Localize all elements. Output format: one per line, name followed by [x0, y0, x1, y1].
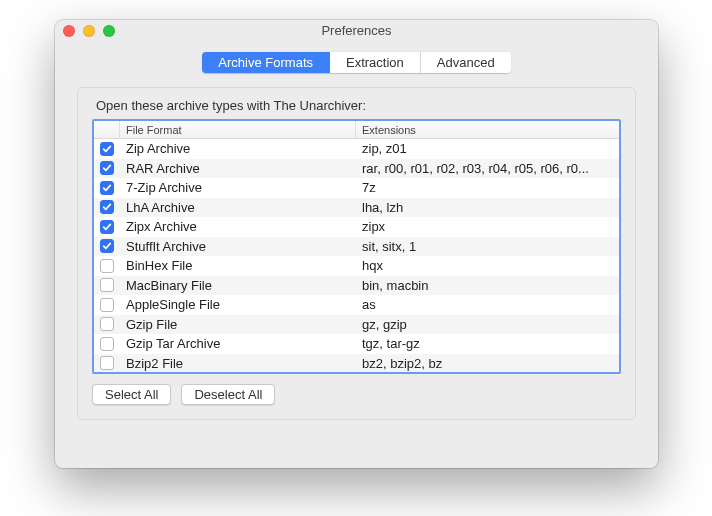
format-checkbox[interactable]: [100, 337, 114, 351]
table-row[interactable]: Zip Archivezip, z01: [94, 139, 619, 159]
row-checkbox-cell: [94, 200, 120, 214]
table-row[interactable]: StuffIt Archivesit, sitx, 1: [94, 237, 619, 257]
deselect-all-button[interactable]: Deselect All: [181, 384, 275, 405]
row-checkbox-cell: [94, 161, 120, 175]
header-file-format[interactable]: File Format: [120, 121, 356, 138]
format-checkbox[interactable]: [100, 142, 114, 156]
format-checkbox[interactable]: [100, 278, 114, 292]
format-extensions: zip, z01: [356, 141, 619, 156]
table-row[interactable]: 7-Zip Archive7z: [94, 178, 619, 198]
format-checkbox[interactable]: [100, 259, 114, 273]
row-checkbox-cell: [94, 259, 120, 273]
row-checkbox-cell: [94, 239, 120, 253]
tab-extraction[interactable]: Extraction: [330, 52, 421, 73]
table-row[interactable]: Bzip2 Filebz2, bzip2, bz: [94, 354, 619, 373]
row-checkbox-cell: [94, 220, 120, 234]
tab-bar: Archive FormatsExtractionAdvanced: [55, 42, 658, 87]
format-name: BinHex File: [120, 258, 356, 273]
format-checkbox[interactable]: [100, 239, 114, 253]
formats-table[interactable]: File Format Extensions Zip Archivezip, z…: [92, 119, 621, 374]
table-header: File Format Extensions: [94, 121, 619, 139]
format-extensions: as: [356, 297, 619, 312]
row-checkbox-cell: [94, 181, 120, 195]
zoom-icon[interactable]: [103, 25, 115, 37]
format-checkbox[interactable]: [100, 356, 114, 370]
format-name: Zipx Archive: [120, 219, 356, 234]
format-checkbox[interactable]: [100, 298, 114, 312]
format-extensions: hqx: [356, 258, 619, 273]
format-extensions: tgz, tar-gz: [356, 336, 619, 351]
format-checkbox[interactable]: [100, 220, 114, 234]
format-extensions: rar, r00, r01, r02, r03, r04, r05, r06, …: [356, 161, 619, 176]
header-checkbox-col: [94, 121, 120, 138]
format-name: StuffIt Archive: [120, 239, 356, 254]
format-extensions: zipx: [356, 219, 619, 234]
tab-advanced[interactable]: Advanced: [421, 52, 511, 73]
format-checkbox[interactable]: [100, 317, 114, 331]
format-name: AppleSingle File: [120, 297, 356, 312]
close-icon[interactable]: [63, 25, 75, 37]
row-checkbox-cell: [94, 278, 120, 292]
format-name: RAR Archive: [120, 161, 356, 176]
row-checkbox-cell: [94, 142, 120, 156]
row-checkbox-cell: [94, 317, 120, 331]
table-row[interactable]: MacBinary Filebin, macbin: [94, 276, 619, 296]
format-checkbox[interactable]: [100, 181, 114, 195]
table-row[interactable]: AppleSingle Fileas: [94, 295, 619, 315]
format-extensions: bin, macbin: [356, 278, 619, 293]
format-extensions: sit, sitx, 1: [356, 239, 619, 254]
format-extensions: bz2, bzip2, bz: [356, 356, 619, 371]
format-checkbox[interactable]: [100, 161, 114, 175]
table-row[interactable]: Gzip Filegz, gzip: [94, 315, 619, 335]
format-checkbox[interactable]: [100, 200, 114, 214]
format-name: Gzip Tar Archive: [120, 336, 356, 351]
format-name: Bzip2 File: [120, 356, 356, 371]
format-extensions: 7z: [356, 180, 619, 195]
format-name: 7-Zip Archive: [120, 180, 356, 195]
format-extensions: gz, gzip: [356, 317, 619, 332]
row-checkbox-cell: [94, 298, 120, 312]
window-title: Preferences: [63, 20, 650, 42]
preferences-window: Preferences Archive FormatsExtractionAdv…: [55, 20, 658, 468]
table-row[interactable]: Zipx Archivezipx: [94, 217, 619, 237]
table-row[interactable]: Gzip Tar Archivetgz, tar-gz: [94, 334, 619, 354]
window-controls: [63, 25, 115, 37]
table-row[interactable]: BinHex Filehqx: [94, 256, 619, 276]
titlebar: Preferences: [55, 20, 658, 42]
format-name: Zip Archive: [120, 141, 356, 156]
table-body: Zip Archivezip, z01RAR Archiverar, r00, …: [94, 139, 619, 372]
format-extensions: lha, lzh: [356, 200, 619, 215]
format-name: MacBinary File: [120, 278, 356, 293]
row-checkbox-cell: [94, 356, 120, 370]
table-row[interactable]: RAR Archiverar, r00, r01, r02, r03, r04,…: [94, 159, 619, 179]
format-name: LhA Archive: [120, 200, 356, 215]
minimize-icon[interactable]: [83, 25, 95, 37]
format-name: Gzip File: [120, 317, 356, 332]
select-all-button[interactable]: Select All: [92, 384, 171, 405]
tab-archive-formats[interactable]: Archive Formats: [202, 52, 330, 73]
row-checkbox-cell: [94, 337, 120, 351]
header-extensions[interactable]: Extensions: [356, 121, 619, 138]
formats-groupbox: Open these archive types with The Unarch…: [77, 87, 636, 420]
table-row[interactable]: LhA Archivelha, lzh: [94, 198, 619, 218]
instruction-label: Open these archive types with The Unarch…: [96, 98, 621, 113]
button-row: Select All Deselect All: [92, 384, 621, 405]
